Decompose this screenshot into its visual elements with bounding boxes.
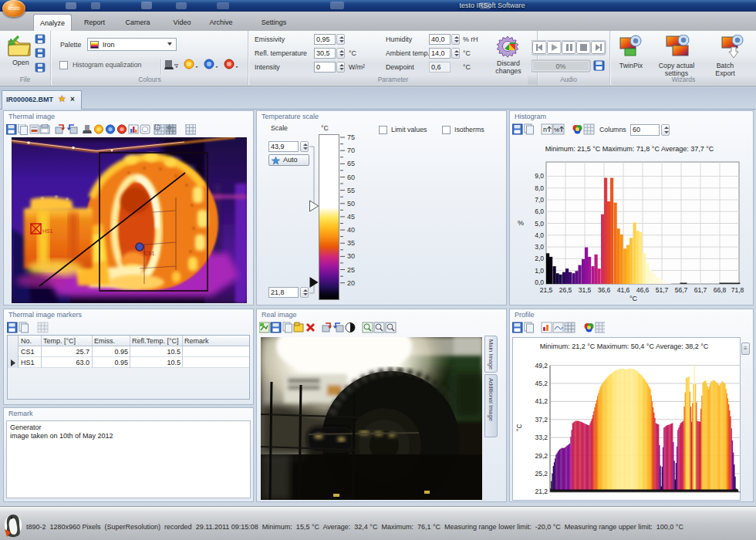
svg-text:9,0: 9,0 (535, 172, 544, 180)
svg-text:8,0: 8,0 (535, 184, 544, 192)
svg-text:5,0: 5,0 (535, 220, 544, 228)
svg-text:71,8: 71,8 (731, 286, 744, 294)
svg-text:6,0: 6,0 (535, 208, 544, 215)
svg-text:%: % (554, 127, 559, 133)
svg-text:70: 70 (347, 147, 355, 154)
svg-text:1,0: 1,0 (535, 267, 544, 275)
svg-text:49,2: 49,2 (535, 362, 548, 370)
svg-text:35: 35 (347, 239, 355, 247)
svg-text:46,6: 46,6 (636, 286, 650, 294)
svg-text:HS1: HS1 (42, 228, 53, 234)
svg-text:41,6: 41,6 (617, 286, 630, 294)
svg-text:3,0: 3,0 (535, 243, 544, 251)
svg-text:40: 40 (347, 226, 355, 234)
svg-text:66,8: 66,8 (714, 286, 727, 294)
svg-text:°C: °C (629, 295, 638, 302)
svg-text:45,2: 45,2 (535, 380, 548, 387)
svg-text:75: 75 (347, 134, 355, 141)
svg-text:21,5: 21,5 (540, 286, 553, 294)
svg-text:31,5: 31,5 (579, 286, 592, 294)
svg-text:%: % (518, 219, 524, 227)
svg-text:26,5: 26,5 (559, 286, 572, 294)
svg-text:36,6: 36,6 (598, 286, 611, 294)
svg-text:°C: °C (515, 424, 523, 431)
svg-text:56,7: 56,7 (675, 286, 688, 294)
svg-text:50: 50 (347, 200, 355, 208)
svg-text:n: n (543, 126, 547, 133)
svg-text:65: 65 (347, 160, 355, 167)
svg-text:0,0: 0,0 (535, 278, 544, 286)
svg-text:25,2: 25,2 (535, 470, 548, 478)
svg-text:4,0: 4,0 (535, 231, 544, 239)
svg-text:CS1: CS1 (144, 251, 155, 256)
svg-text:7,0: 7,0 (535, 196, 544, 204)
svg-text:60: 60 (347, 174, 355, 181)
svg-text:30: 30 (347, 252, 355, 260)
svg-text:Minimum: 21,2 °C Maximum: 50: Minimum: 21,2 °C Maximum: 50,4 °C Averag… (540, 343, 709, 350)
svg-text:21,2: 21,2 (535, 488, 548, 495)
svg-text:61,7: 61,7 (694, 286, 707, 294)
svg-text:2,0: 2,0 (535, 255, 544, 262)
svg-text:25: 25 (347, 266, 355, 274)
svg-text:51,7: 51,7 (656, 286, 669, 294)
svg-text:33,2: 33,2 (535, 434, 548, 441)
svg-text:41,2: 41,2 (535, 397, 548, 405)
svg-text:0%: 0% (555, 62, 565, 70)
svg-text:Minimum: 21,5 °C Maximum: 71: Minimum: 21,5 °C Maximum: 71,8 °C Averag… (545, 145, 714, 153)
svg-text:20: 20 (347, 279, 355, 287)
svg-text:55: 55 (347, 187, 355, 194)
svg-text:45: 45 (347, 213, 355, 221)
svg-text:37,2: 37,2 (535, 416, 548, 424)
svg-text:29,2: 29,2 (535, 452, 548, 460)
